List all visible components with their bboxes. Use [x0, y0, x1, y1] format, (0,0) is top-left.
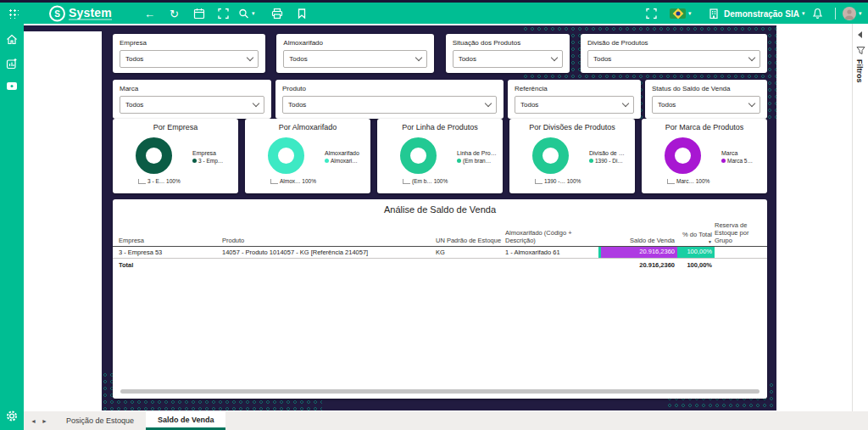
legend-item[interactable]: 1390 - Di…	[589, 158, 633, 164]
org-label: Demonstração SIA	[724, 8, 799, 18]
bookmark-icon[interactable]	[297, 8, 307, 19]
callout-text: 3 - E… 100%	[147, 178, 181, 184]
total-label: Total	[119, 259, 222, 271]
filter-label: Situação dos Produtos	[446, 34, 570, 47]
language-caret-icon: ▾	[688, 10, 692, 17]
marca-dropdown[interactable]: Todos	[120, 96, 264, 114]
fullscreen-icon[interactable]	[646, 8, 657, 19]
calendar-icon[interactable]	[193, 8, 205, 20]
chart-card-por-marca: Por Marca de Produtos Marca Marca 5… Mar…	[642, 119, 767, 193]
search-caret-icon[interactable]: ▾	[252, 10, 255, 17]
fit-to-screen-icon[interactable]	[218, 8, 229, 19]
app-logo: S System	[49, 5, 112, 21]
col-header-almoxarifado[interactable]: Almoxarifado (Código + Descrição)	[505, 227, 598, 244]
callout-text: 1390 -… 100%	[544, 178, 581, 184]
expand-panel-icon[interactable]	[858, 31, 862, 38]
tab-saldo-de-venda[interactable]: Saldo de Venda	[146, 411, 226, 430]
filters-panel-title: Filtros	[855, 59, 864, 83]
referencia-dropdown[interactable]: Todos	[515, 96, 634, 114]
header-divider	[835, 8, 836, 20]
legend-item[interactable]: (Em bran…	[457, 158, 501, 164]
callout-line	[138, 179, 146, 184]
print-icon[interactable]	[271, 8, 283, 20]
filter-card-marca: Marca Todos	[113, 80, 271, 119]
situacao-dropdown[interactable]: Todos	[453, 50, 563, 68]
org-selector[interactable]: Demonstração SIA ▾	[709, 8, 804, 19]
tab-posicao-de-estoque[interactable]: Posição de Estoque	[54, 411, 146, 430]
language-selector[interactable]: ▾	[670, 8, 692, 19]
table-row[interactable]: 3 - Empresa 53 14057 - Produto 1014057 -…	[113, 247, 767, 259]
search-icon[interactable]: ▾	[238, 8, 255, 19]
callout-text: Almox… 100%	[280, 178, 316, 184]
almoxarifado-dropdown[interactable]: Todos	[283, 50, 427, 68]
home-icon[interactable]	[6, 34, 18, 45]
avatar-circle	[843, 7, 856, 20]
filter-label: Status do Saldo de Venda	[645, 80, 767, 92]
tab-prev-icon[interactable]: ◄	[31, 418, 36, 424]
col-header-saldo-venda[interactable]: Saldo de Venda	[598, 235, 677, 244]
divisao-dropdown[interactable]: Todos	[587, 50, 760, 68]
col-header-produto[interactable]: Produto	[222, 235, 436, 244]
settings-gear-icon[interactable]	[6, 410, 19, 422]
refresh-icon[interactable]: ↻	[170, 8, 179, 19]
cell-pct-data-bar: 100,00%	[677, 247, 715, 258]
filter-label: Almoxarifado	[276, 34, 434, 47]
callout-line	[535, 179, 542, 184]
filter-card-produto: Produto Todos	[275, 80, 504, 119]
user-avatar[interactable]: ▾	[843, 7, 862, 20]
filter-label: Empresa	[113, 34, 265, 47]
col-header-pct-total[interactable]: % do Total ▼	[677, 229, 715, 244]
brazil-flag-icon	[670, 8, 686, 19]
donut-ring[interactable]	[665, 137, 701, 174]
cell-saldo-data-bar: 20.916,2360	[598, 247, 677, 258]
dropdown-value: Todos	[459, 55, 476, 63]
horizontal-scrollbar[interactable]	[120, 389, 760, 394]
table-total-row: Total 20.916,2360 100,00%	[113, 259, 767, 271]
video-icon[interactable]	[6, 81, 18, 91]
status-saldo-dropdown[interactable]: Todos	[652, 96, 760, 114]
cell-empresa: 3 - Empresa 53	[119, 247, 222, 258]
page-tab-bar: ◄ ► Posição de Estoque Saldo de Venda	[24, 411, 868, 430]
dropdown-value: Todos	[125, 101, 143, 109]
tab-next-icon[interactable]: ►	[42, 418, 47, 424]
avatar-caret-icon: ▾	[859, 10, 862, 17]
chart-report-icon[interactable]	[6, 58, 18, 70]
chevron-down-icon	[253, 100, 259, 107]
col-header-un-padrao[interactable]: UN Padrão de Estoque	[436, 235, 505, 244]
notifications-bell-icon[interactable]	[812, 8, 823, 20]
data-label-callout: 3 - E… 100%	[138, 178, 181, 184]
legend-title: Marca	[721, 150, 765, 156]
cell-almoxarifado: 1 - Almoxarifado 61	[505, 247, 598, 258]
report-area: Empresa Todos Almoxarifado Todos Situaçã…	[24, 24, 852, 411]
chevron-down-icon	[485, 100, 492, 107]
chart-title: Por Divisões de Produtos	[509, 119, 635, 131]
col-header-label: % do Total	[682, 231, 712, 238]
back-icon[interactable]: ←	[144, 8, 155, 19]
donut-chart-row: Por Empresa Empresa 3 - Emp… 3 - E… 100%…	[113, 119, 767, 193]
callout-line	[403, 179, 410, 184]
dropdown-value: Todos	[125, 55, 143, 63]
chart-card-por-linha: Por Linha de Produtos Linha de Pro… (Em …	[377, 119, 503, 193]
legend-item[interactable]: 3 - Emp…	[192, 158, 236, 164]
filter-card-divisao: Divisão de Produtos Todos	[581, 34, 767, 73]
filter-card-empresa: Empresa Todos	[113, 34, 265, 73]
donut-ring[interactable]	[400, 137, 437, 174]
produto-dropdown[interactable]: Todos	[282, 96, 497, 114]
filter-label: Marca	[113, 80, 271, 92]
dropdown-value: Todos	[520, 101, 538, 109]
legend-item[interactable]: Marca 5…	[721, 158, 765, 164]
legend-dot	[325, 159, 329, 163]
chart-title: Por Marca de Produtos	[642, 119, 767, 131]
col-header-empresa[interactable]: Empresa	[119, 235, 222, 244]
donut-ring[interactable]	[136, 137, 172, 174]
filter-funnel-icon[interactable]	[856, 46, 865, 55]
legend-item[interactable]: Almoxari…	[325, 158, 369, 164]
donut-ring[interactable]	[532, 137, 569, 174]
legend-label: Marca 5…	[727, 158, 753, 164]
donut-ring[interactable]	[268, 137, 304, 174]
col-header-reserva[interactable]: Reserva de Estoque por Grupo	[715, 220, 767, 244]
empresa-dropdown[interactable]: Todos	[120, 50, 259, 68]
apps-grid-icon[interactable]	[8, 8, 19, 19]
cell-saldo-value: 20.916,2360	[639, 248, 675, 255]
chart-legend: Almoxarifado Almoxari…	[325, 150, 369, 164]
